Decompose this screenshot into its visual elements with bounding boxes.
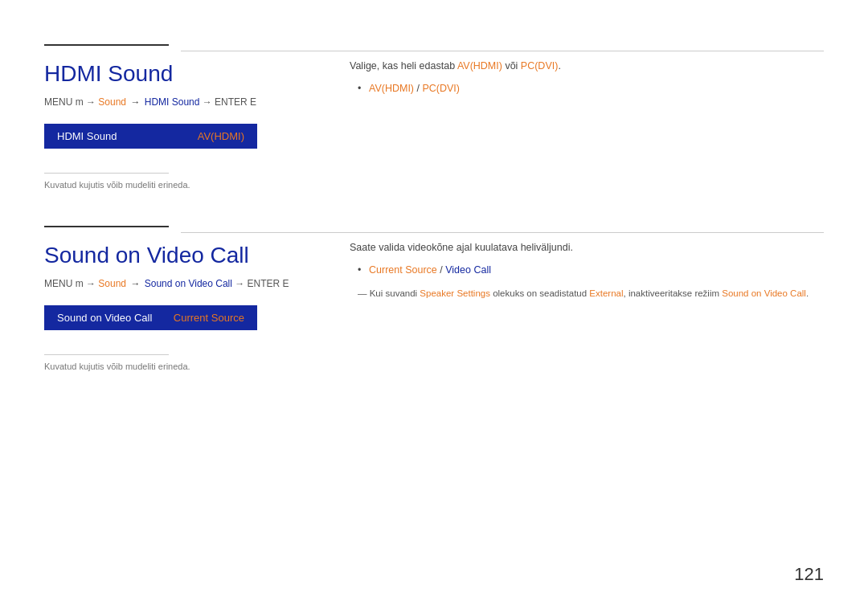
current-source-link: Current Source (369, 264, 437, 276)
svc-section-rule (44, 226, 169, 227)
menu-prefix: MENU m → (44, 96, 98, 108)
hdmi-sound-left: HDMI Sound MENU m → Sound → HDMI Sound →… (44, 58, 317, 190)
speaker-settings-link: Speaker Settings (420, 288, 490, 298)
svc-box-label: Sound on Video Call (57, 312, 152, 324)
svc-divider (44, 354, 169, 355)
sound-video-call-section: Sound on Video Call MENU m → Sound → Sou… (44, 226, 824, 371)
hdmi-divider (44, 173, 169, 174)
hdmi-sound-box-value: AV(HDMI) (198, 130, 244, 142)
svc-menu-prefix: MENU m → (44, 278, 98, 289)
svc-menu-path: MENU m → Sound → Sound on Video Call → E… (44, 278, 317, 289)
svc-title: Sound on Video Call (44, 243, 317, 268)
svc-note: Kui suvandi Speaker Settings olekuks on … (350, 286, 824, 300)
svc-bullet-list: Current Source / Video Call (350, 262, 824, 278)
menu-link-hdmi: HDMI Sound (145, 96, 200, 108)
hdmi-sound-right: Valige, kas heli edastab AV(HDMI) või PC… (350, 58, 824, 190)
svc-menu-link: Sound on Video Call (145, 278, 232, 289)
hdmi-avhdmi-link: AV(HDMI) (457, 60, 502, 72)
svc-note-link: Sound on Video Call (722, 288, 806, 298)
svc-box: Sound on Video Call Current Source (44, 305, 257, 330)
svc-right: Saate valida videokõne ajal kuulatava he… (350, 239, 824, 371)
svc-menu-sound: Sound (98, 278, 126, 289)
menu-link-sound: Sound (98, 96, 126, 108)
svc-desc: Saate valida videokõne ajal kuulatava he… (350, 239, 824, 255)
bullet-pcdvi: PC(DVI) (422, 83, 460, 94)
svc-box-value: Current Source (174, 312, 244, 324)
hdmi-bullet-item: AV(HDMI) / PC(DVI) (358, 80, 824, 96)
hdmi-desc: Valige, kas heli edastab AV(HDMI) või PC… (350, 58, 824, 74)
section-rule (44, 44, 169, 46)
svc-bullet-item: Current Source / Video Call (358, 262, 824, 278)
video-call-link: Video Call (445, 264, 491, 276)
svc-caption: Kuvatud kujutis võib mudeliti erineda. (44, 362, 317, 371)
hdmi-bullet-list: AV(HDMI) / PC(DVI) (350, 80, 824, 96)
bullet-avhdmi: AV(HDMI) (369, 83, 414, 94)
svc-left: Sound on Video Call MENU m → Sound → Sou… (44, 239, 317, 371)
section-rule-full (181, 51, 824, 51)
page-number: 121 (794, 564, 824, 585)
hdmi-sound-box: HDMI Sound AV(HDMI) (44, 124, 257, 149)
hdmi-pcdvi-link: PC(DVI) (521, 60, 559, 72)
hdmi-sound-title: HDMI Sound (44, 61, 317, 87)
external-link: External (589, 288, 623, 298)
hdmi-sound-box-label: HDMI Sound (57, 130, 117, 142)
hdmi-caption: Kuvatud kujutis võib mudeliti erineda. (44, 180, 317, 190)
svc-section-rule-full (181, 232, 824, 233)
hdmi-sound-section: HDMI Sound MENU m → Sound → HDMI Sound →… (44, 44, 824, 190)
hdmi-sound-menu-path: MENU m → Sound → HDMI Sound → ENTER E (44, 96, 317, 108)
